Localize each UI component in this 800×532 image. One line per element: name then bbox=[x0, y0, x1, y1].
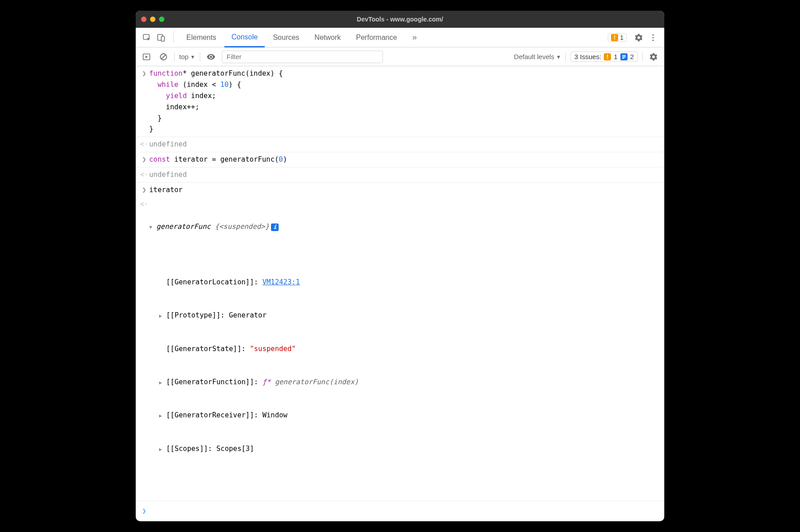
console-prompt[interactable]: ❯ bbox=[136, 501, 664, 521]
code-line: const iterator = generatorFunc(0) bbox=[149, 154, 661, 165]
undefined-result: undefined bbox=[149, 169, 661, 180]
svg-point-5 bbox=[652, 39, 654, 41]
issues-info-count: 2 bbox=[630, 53, 634, 60]
expand-toggle-icon[interactable] bbox=[159, 443, 166, 455]
prompt-chevron-icon: ❯ bbox=[139, 506, 149, 517]
undefined-result: undefined bbox=[149, 139, 661, 150]
property-row[interactable]: [[GeneratorLocation]]: VM12423:1 bbox=[159, 277, 661, 288]
warning-icon: ! bbox=[611, 34, 618, 41]
property-value: Scopes[3] bbox=[216, 443, 254, 455]
issues-label: 3 Issues: bbox=[574, 53, 601, 60]
object-header[interactable]: generatorFunc {<suspended>} i bbox=[149, 221, 661, 232]
property-row[interactable]: [[Scopes]]: Scopes[3] bbox=[159, 443, 661, 455]
clear-console-icon[interactable] bbox=[157, 51, 170, 63]
object-name: generatorFunc bbox=[156, 221, 211, 232]
tab-sources[interactable]: Sources bbox=[266, 28, 306, 47]
tab-console[interactable]: Console bbox=[224, 28, 265, 47]
property-value: "suspended" bbox=[250, 343, 296, 355]
console-output: ❯ function* generatorFunc(index) { while… bbox=[136, 66, 664, 521]
property-key: [[Prototype]]: bbox=[166, 310, 225, 321]
filter-input[interactable] bbox=[222, 51, 383, 63]
console-input-entry[interactable]: ❯ iterator bbox=[136, 183, 664, 197]
svg-rect-2 bbox=[161, 36, 164, 41]
warnings-badge[interactable]: ! 1 bbox=[608, 33, 627, 42]
svg-point-3 bbox=[652, 34, 654, 35]
property-key: [[Scopes]]: bbox=[166, 443, 212, 455]
console-input-entry[interactable]: ❯ const iterator = generatorFunc(0) bbox=[136, 152, 664, 167]
settings-icon[interactable] bbox=[632, 31, 645, 44]
svg-point-4 bbox=[652, 37, 654, 38]
info-icon bbox=[620, 53, 628, 60]
log-levels-selector[interactable]: Default levels ▼ bbox=[514, 53, 561, 60]
tab-performance[interactable]: Performance bbox=[349, 28, 404, 47]
property-key: [[GeneratorState]]: bbox=[166, 343, 245, 355]
svg-rect-10 bbox=[622, 56, 626, 57]
property-key: [[GeneratorFunction]]: bbox=[166, 377, 258, 388]
source-link[interactable]: VM12423:1 bbox=[262, 277, 300, 288]
function-signature: generatorFunc(index) bbox=[275, 377, 359, 388]
levels-label: Default levels bbox=[514, 53, 554, 60]
console-settings-icon[interactable] bbox=[647, 51, 660, 63]
device-toolbar-icon[interactable] bbox=[155, 31, 168, 44]
svg-rect-9 bbox=[622, 55, 626, 56]
property-row[interactable]: [[GeneratorFunction]]: ƒ* generatorFunc(… bbox=[159, 377, 661, 388]
context-selector[interactable]: top ▼ bbox=[179, 53, 195, 60]
context-label: top bbox=[179, 53, 189, 60]
expand-toggle-icon[interactable] bbox=[159, 377, 166, 388]
property-row[interactable]: [[GeneratorState]]: "suspended" bbox=[159, 343, 661, 355]
object-inspector: generatorFunc {<suspended>} i [[Generato… bbox=[149, 199, 661, 499]
console-input-entry[interactable]: ❯ function* generatorFunc(index) { while… bbox=[136, 66, 664, 137]
output-chevron-icon: <· bbox=[139, 199, 149, 499]
more-menu-icon[interactable] bbox=[646, 31, 660, 44]
code-block: function* generatorFunc(index) { while (… bbox=[149, 68, 661, 135]
console-object-entry: <· generatorFunc {<suspended>} i [[Gener… bbox=[136, 197, 664, 501]
panel-tab-bar: Elements Console Sources Network Perform… bbox=[136, 28, 664, 47]
warning-icon: ! bbox=[604, 53, 611, 60]
input-chevron-icon: ❯ bbox=[139, 184, 149, 196]
object-state: {<suspended>} bbox=[215, 221, 269, 232]
issues-warn-count: 1 bbox=[614, 53, 617, 60]
dropdown-icon: ▼ bbox=[190, 54, 195, 60]
tab-elements[interactable]: Elements bbox=[179, 28, 224, 47]
console-result-entry: <· undefined bbox=[136, 137, 664, 152]
property-row[interactable]: [[Prototype]]: Generator bbox=[159, 310, 661, 321]
input-chevron-icon: ❯ bbox=[139, 68, 149, 135]
console-result-entry: <· undefined bbox=[136, 167, 664, 183]
output-chevron-icon: <· bbox=[139, 139, 149, 150]
property-key: [[GeneratorLocation]]: bbox=[166, 277, 258, 288]
property-key: [[GeneratorReceiver]]: bbox=[166, 410, 258, 421]
expand-toggle-icon[interactable] bbox=[159, 310, 166, 321]
input-chevron-icon: ❯ bbox=[139, 154, 149, 165]
expand-toggle-icon[interactable] bbox=[159, 410, 166, 421]
property-row[interactable]: [[GeneratorReceiver]]: Window bbox=[159, 410, 661, 421]
property-value: Window bbox=[262, 410, 288, 421]
tab-network[interactable]: Network bbox=[307, 28, 348, 47]
window-title: DevTools - www.google.com/ bbox=[136, 16, 664, 23]
code-line: iterator bbox=[149, 184, 661, 196]
prompt-input[interactable] bbox=[149, 506, 661, 517]
output-chevron-icon: <· bbox=[139, 169, 149, 180]
live-expression-icon[interactable] bbox=[205, 51, 217, 63]
svg-rect-11 bbox=[622, 58, 624, 59]
svg-line-8 bbox=[162, 55, 166, 59]
object-properties: [[GeneratorLocation]]: VM12423:1 [[Proto… bbox=[149, 254, 661, 476]
console-toolbar: top ▼ Default levels ▼ 3 Issues: ! 1 2 bbox=[136, 47, 664, 66]
devtools-window: DevTools - www.google.com/ Elements Cons… bbox=[136, 11, 664, 521]
info-badge-icon[interactable]: i bbox=[271, 223, 279, 231]
dropdown-icon: ▼ bbox=[556, 54, 561, 60]
expand-toggle-icon[interactable] bbox=[149, 221, 156, 232]
issues-button[interactable]: 3 Issues: ! 1 2 bbox=[570, 51, 638, 62]
title-bar: DevTools - www.google.com/ bbox=[136, 11, 664, 28]
tabs-overflow-button[interactable]: » bbox=[405, 28, 424, 47]
property-value: Generator bbox=[229, 310, 267, 321]
inspect-element-icon[interactable] bbox=[140, 31, 154, 44]
function-symbol: ƒ* bbox=[262, 377, 271, 388]
warnings-count: 1 bbox=[620, 34, 624, 41]
toggle-sidebar-icon[interactable] bbox=[140, 51, 153, 63]
